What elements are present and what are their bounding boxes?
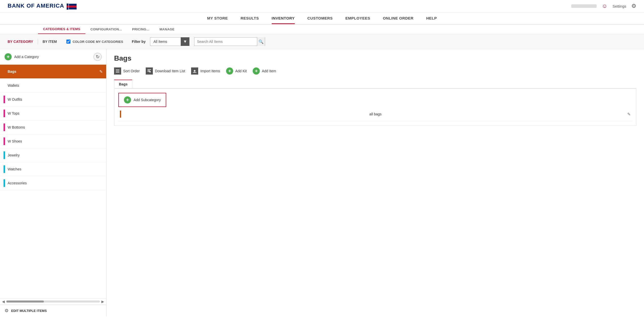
nav-help[interactable]: HELP bbox=[426, 16, 437, 24]
svg-rect-12 bbox=[193, 72, 196, 73]
add-category-label: Add a Category bbox=[14, 55, 39, 59]
category-list: Bags ✎ Wallets W Outfits W Tops W Bottom bbox=[0, 65, 106, 298]
nav-my-store[interactable]: MY STORE bbox=[207, 16, 228, 24]
cat-color-w-shoes bbox=[4, 137, 5, 145]
svg-rect-4 bbox=[116, 69, 119, 70]
add-subcategory-label: Add Subcategory bbox=[134, 98, 161, 102]
logo-text: BANK OF AMERICA bbox=[8, 3, 64, 9]
add-item-button[interactable]: + Add Item bbox=[253, 67, 276, 75]
sort-order-label: Sort Order bbox=[123, 69, 140, 73]
scroll-left-arrow[interactable]: ◀ bbox=[2, 299, 5, 304]
header-right: ☺ Settings ⚙ bbox=[571, 3, 636, 9]
cat-color-accessories bbox=[4, 179, 5, 187]
add-category-plus-icon: + bbox=[5, 53, 12, 60]
category-item-w-bottoms[interactable]: W Bottoms bbox=[0, 120, 106, 134]
search-button[interactable]: 🔍 bbox=[257, 37, 265, 46]
main-content: Bags Sort Order bbox=[106, 49, 644, 316]
cat-name-bags: Bags bbox=[8, 69, 99, 74]
import-icon bbox=[191, 67, 198, 75]
all-bags-edit-icon[interactable]: ✎ bbox=[627, 112, 631, 117]
category-item-w-tops[interactable]: W Tops bbox=[0, 107, 106, 120]
filter-select-arrow-icon[interactable]: ▼ bbox=[181, 37, 189, 46]
content-area: + Add a Category ↻ Bags ✎ Wallets W Outf… bbox=[0, 49, 644, 316]
cat-name-w-bottoms: W Bottoms bbox=[8, 125, 103, 129]
nav-results[interactable]: RESULTS bbox=[241, 16, 259, 24]
search-input[interactable] bbox=[194, 38, 257, 46]
category-item-w-shoes[interactable]: W Shoes bbox=[0, 134, 106, 148]
download-item-list-label: Download Item List bbox=[155, 69, 185, 73]
tab-bar: Bags bbox=[114, 80, 636, 89]
edit-multiple-row[interactable]: ⚙ EDIT MULTIPLE ITEMS bbox=[0, 305, 106, 316]
category-item-jewelry[interactable]: Jewelry bbox=[0, 148, 106, 162]
cat-color-jewelry bbox=[4, 151, 5, 159]
logo-area: BANK OF AMERICA bbox=[8, 3, 77, 10]
search-box: 🔍 bbox=[194, 37, 265, 46]
nav-customers[interactable]: CUSTOMERS bbox=[307, 16, 333, 24]
toolbar: Sort Order Download Item List bbox=[114, 67, 636, 75]
scroll-right-arrow[interactable]: ▶ bbox=[101, 299, 104, 304]
category-item-watches[interactable]: Watches bbox=[0, 162, 106, 176]
all-bags-label: all bags bbox=[369, 112, 381, 116]
logo-flag-icon bbox=[67, 4, 77, 10]
import-items-button[interactable]: Import Items bbox=[191, 67, 220, 75]
tab-bags[interactable]: Bags bbox=[114, 80, 132, 88]
cat-name-accessories: Accessories bbox=[8, 181, 103, 185]
scroll-track[interactable] bbox=[6, 301, 100, 303]
subnav-categories-items[interactable]: CATEGORIES & ITEMS bbox=[38, 25, 85, 34]
svg-rect-5 bbox=[116, 71, 119, 71]
add-item-plus-icon: + bbox=[253, 67, 260, 75]
all-bags-row: all bags ✎ bbox=[118, 107, 632, 121]
main-nav: MY STORE RESULTS INVENTORY CUSTOMERS EMP… bbox=[0, 12, 644, 25]
download-item-list-button[interactable]: Download Item List bbox=[146, 67, 185, 75]
svg-rect-8 bbox=[148, 70, 150, 71]
category-item-bags[interactable]: Bags ✎ bbox=[0, 65, 106, 79]
add-kit-button[interactable]: + Add Kit bbox=[226, 67, 247, 75]
refresh-button[interactable]: ↻ bbox=[94, 53, 102, 61]
add-item-label: Add Item bbox=[262, 69, 276, 73]
cat-name-w-shoes: W Shoes bbox=[8, 139, 103, 143]
by-category-button[interactable]: BY CATEGORY bbox=[8, 40, 33, 44]
category-item-wallets[interactable]: Wallets bbox=[0, 79, 106, 93]
cat-color-w-bottoms bbox=[4, 123, 5, 131]
filter-select[interactable]: All Items ▼ bbox=[150, 37, 190, 46]
add-kit-label: Add Kit bbox=[235, 69, 247, 73]
add-category-button[interactable]: + Add a Category bbox=[5, 53, 39, 60]
settings-label[interactable]: Settings bbox=[613, 4, 626, 8]
scroll-thumb bbox=[6, 301, 44, 303]
category-item-w-outfits[interactable]: W Outfits bbox=[0, 93, 106, 107]
cat-name-jewelry: Jewelry bbox=[8, 153, 103, 157]
color-code-checkbox[interactable] bbox=[66, 40, 70, 44]
page-title: Bags bbox=[114, 54, 636, 62]
nav-online-order[interactable]: ONLINE ORDER bbox=[383, 16, 414, 24]
filter-bar: BY CATEGORY BY ITEM COLOR CODE MY CATEGO… bbox=[0, 34, 644, 49]
add-kit-plus-icon: + bbox=[226, 67, 233, 75]
subnav-manage[interactable]: MANAGE bbox=[154, 25, 180, 34]
sort-order-icon bbox=[114, 67, 121, 75]
filter-select-value: All Items bbox=[150, 40, 181, 44]
gear-icon[interactable]: ⚙ bbox=[631, 3, 636, 9]
sub-nav: CATEGORIES & ITEMS CONFIGURATION... PRIC… bbox=[0, 25, 644, 34]
user-icon[interactable]: ☺ bbox=[602, 3, 607, 9]
edit-pencil-icon[interactable]: ✎ bbox=[99, 69, 103, 74]
by-item-button[interactable]: BY ITEM bbox=[43, 40, 57, 44]
subnav-configuration[interactable]: CONFIGURATION... bbox=[85, 25, 127, 34]
svg-rect-6 bbox=[116, 72, 119, 73]
sort-order-button[interactable]: Sort Order bbox=[114, 67, 140, 75]
user-bar bbox=[571, 4, 597, 8]
add-subcategory-plus-icon: + bbox=[124, 96, 131, 103]
subcategory-area: + Add Subcategory all bags ✎ bbox=[114, 89, 636, 126]
svg-rect-2 bbox=[67, 8, 77, 10]
edit-multiple-gear-icon: ⚙ bbox=[5, 308, 9, 313]
subnav-pricing[interactable]: PRICING... bbox=[127, 25, 154, 34]
nav-employees[interactable]: EMPLOYEES bbox=[345, 16, 370, 24]
cat-color-bags bbox=[4, 68, 5, 75]
add-subcategory-button[interactable]: + Add Subcategory bbox=[118, 93, 166, 107]
nav-inventory[interactable]: INVENTORY bbox=[272, 16, 295, 24]
color-code-label: COLOR CODE MY CATEGORIES bbox=[72, 40, 123, 44]
sidebar-scrollbar: ◀ ▶ bbox=[0, 298, 106, 305]
cat-name-wallets: Wallets bbox=[8, 83, 103, 87]
category-item-accessories[interactable]: Accessories bbox=[0, 176, 106, 190]
import-items-label: Import Items bbox=[200, 69, 220, 73]
download-icon bbox=[146, 67, 153, 75]
add-category-row: + Add a Category ↻ bbox=[0, 49, 106, 65]
